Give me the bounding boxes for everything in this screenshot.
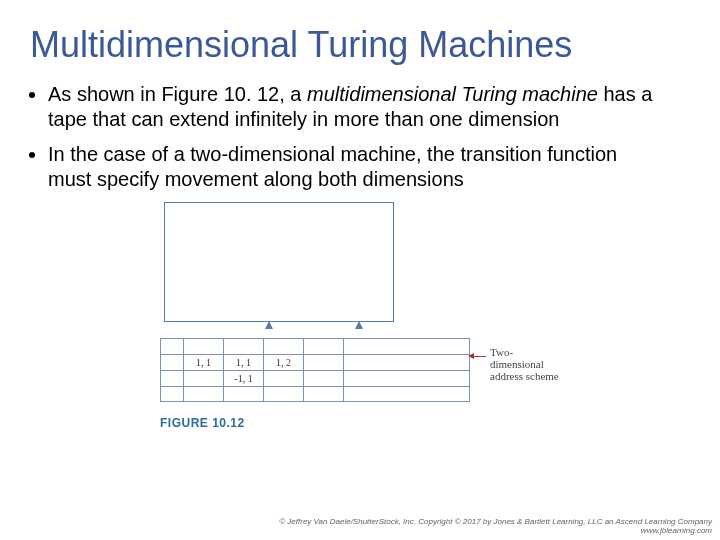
bullet-item: As shown in Figure 10. 12, a multidimens…: [48, 82, 684, 132]
figure-caption: FIGURE 10.12: [160, 416, 560, 430]
bullet-list: As shown in Figure 10. 12, a multidimens…: [0, 82, 720, 192]
tape-cell: [344, 355, 470, 370]
figure-address-label: Two-dimensional address scheme: [490, 346, 560, 382]
tape-cell: [304, 387, 344, 401]
figure-box-2d-tape: [164, 202, 394, 322]
tape-cell: 1, 2: [264, 355, 304, 370]
tape-cell: [184, 387, 224, 401]
bullet-text-italic: multidimensional Turing machine: [307, 83, 598, 105]
address-label-line1: Two-dimensional: [490, 346, 544, 370]
tape-cell: [160, 387, 184, 401]
tape-cell: [224, 339, 264, 354]
tape-cell: [264, 339, 304, 354]
tape-cell: [264, 387, 304, 401]
address-label-line2: address scheme: [490, 370, 559, 382]
tape-cell: [160, 355, 184, 370]
tape-cell: [304, 339, 344, 354]
tape-cell: 1, 1: [224, 355, 264, 370]
figure-tape: 1, 1 1, 1 1, 2 -1, 1: [160, 338, 470, 402]
arrow-up-icon: [265, 321, 273, 329]
tape-row: -1, 1: [160, 370, 470, 386]
arrow-left-icon: [472, 356, 486, 357]
tape-cell: [304, 355, 344, 370]
bullet-text-prefix: As shown in Figure 10. 12, a: [48, 83, 307, 105]
copyright-text: © Jeffrey Van Daele/ShutterStock, Inc. C…: [279, 517, 712, 536]
tape-cell: [304, 371, 344, 386]
tape-cell: [224, 387, 264, 401]
tape-cell: 1, 1: [184, 355, 224, 370]
tape-row: [160, 338, 470, 354]
tape-cell: [160, 339, 184, 354]
tape-cell: [184, 339, 224, 354]
tape-cell: [184, 371, 224, 386]
figure-container: 1, 1 1, 1 1, 2 -1, 1 Two-dimensional add…: [160, 202, 560, 430]
bullet-item: In the case of a two-dimensional machine…: [48, 142, 684, 192]
tape-cell: [344, 339, 470, 354]
tape-cell: [344, 387, 470, 401]
tape-row: 1, 1 1, 1 1, 2: [160, 354, 470, 370]
tape-cell: -1, 1: [224, 371, 264, 386]
copyright-line1: © Jeffrey Van Daele/ShutterStock, Inc. C…: [279, 517, 712, 526]
bullet-text-prefix: In the case of a two-dimensional machine…: [48, 143, 617, 190]
tape-row: [160, 386, 470, 402]
tape-cell: [160, 371, 184, 386]
page-title: Multidimensional Turing Machines: [0, 0, 720, 82]
arrow-up-icon: [355, 321, 363, 329]
copyright-line2: www.jblearning.com: [641, 526, 712, 535]
tape-cell: [344, 371, 470, 386]
tape-cell: [264, 371, 304, 386]
